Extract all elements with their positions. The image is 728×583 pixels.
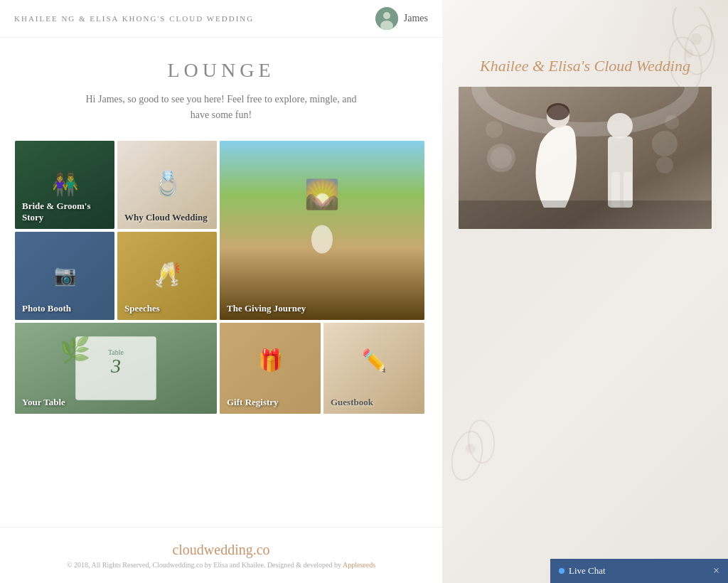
user-menu[interactable]: James: [375, 7, 428, 30]
grid-item-speeches-label: Speeches: [124, 303, 160, 314]
grid-item-speeches[interactable]: 🥂 Speeches: [117, 232, 217, 320]
grid-item-your-table-label: Your Table: [22, 397, 65, 408]
live-chat-bar[interactable]: Live Chat ×: [550, 559, 728, 583]
svg-point-8: [311, 225, 333, 253]
live-chat-label: Live Chat: [569, 565, 606, 577]
svg-point-34: [607, 113, 633, 139]
site-title: KHAILEE NG & ELISA KHONG'S CLOUD WEDDING: [14, 14, 254, 23]
svg-point-40: [491, 147, 512, 169]
live-chat-close-button[interactable]: ×: [713, 565, 719, 577]
grid-item-your-table[interactable]: 3 Table Your Table: [15, 323, 217, 414]
live-chat-label-group: Live Chat: [559, 565, 606, 577]
svg-point-44: [665, 115, 679, 129]
svg-point-38: [547, 103, 569, 120]
live-chat-indicator: [559, 568, 564, 574]
svg-text:💍: 💍: [154, 169, 181, 195]
footer-copyright: © 2018, All Rights Reserved, Cloudweddin…: [14, 561, 428, 569]
username: James: [404, 13, 428, 24]
footer: cloudwedding.co © 2018, All Rights Reser…: [0, 527, 442, 583]
svg-rect-45: [459, 200, 712, 229]
grid-item-why-cloud[interactable]: 💍 Why Cloud Wedding: [117, 141, 217, 229]
svg-point-42: [656, 156, 673, 173]
svg-point-28: [466, 419, 496, 464]
svg-text:👫: 👫: [52, 169, 79, 195]
grid-item-giving-journey[interactable]: The Giving Journey: [220, 141, 424, 320]
grid-item-gift-registry-label: Gift Registry: [227, 397, 279, 408]
right-panel: Khailee & Elisa's Cloud Wedding: [442, 0, 728, 583]
right-panel-title: Khailee & Elisa's Cloud Wedding: [480, 57, 690, 75]
left-panel: KHAILEE NG & ELISA KHONG'S CLOUD WEDDING…: [0, 0, 442, 583]
svg-point-41: [652, 131, 678, 156]
svg-text:🥂: 🥂: [154, 260, 181, 286]
header: KHAILEE NG & ELISA KHONG'S CLOUD WEDDING…: [0, 0, 442, 38]
grid-item-guestbook[interactable]: ✏️ Guestbook: [323, 323, 424, 414]
svg-point-25: [690, 33, 702, 45]
svg-text:✏️: ✏️: [362, 350, 387, 373]
avatar: [375, 7, 398, 30]
svg-point-1: [383, 12, 390, 19]
grid-item-guestbook-label: Guestbook: [331, 397, 373, 408]
svg-point-9: [315, 193, 329, 207]
svg-point-43: [486, 121, 503, 138]
svg-text:Table: Table: [108, 348, 124, 356]
grid-item-gift-registry[interactable]: 🎁 Gift Registry: [220, 323, 321, 414]
wedding-photo: [459, 87, 712, 229]
page-subtitle: Hi James, so good to see you here! Feel …: [79, 92, 363, 124]
svg-point-22: [666, 7, 719, 61]
svg-point-27: [447, 428, 488, 483]
grid-item-photo-booth[interactable]: 📷 Photo Booth: [15, 232, 114, 320]
grid-item-bride-story[interactable]: 👫 Bride & Groom's Story: [15, 141, 114, 229]
grid-item-giving-journey-label: The Giving Journey: [227, 303, 306, 314]
svg-point-29: [466, 444, 476, 454]
footer-developer-link[interactable]: Appleseeds: [343, 561, 375, 569]
svg-text:🎁: 🎁: [258, 350, 283, 373]
grid-item-bride-story-label: Bride & Groom's Story: [22, 200, 114, 223]
grid-item-photo-booth-label: Photo Booth: [22, 303, 71, 314]
navigation-grid: 👫 Bride & Groom's Story: [15, 141, 427, 414]
svg-text:3: 3: [110, 355, 121, 377]
grid-item-why-cloud-label: Why Cloud Wedding: [124, 212, 208, 223]
svg-text:📷: 📷: [54, 263, 77, 285]
page-title: LOUNGE: [167, 59, 274, 82]
floral-decoration-bottom: [446, 399, 517, 498]
main-content: LOUNGE Hi James, so good to see you here…: [0, 38, 442, 520]
footer-brand: cloudwedding.co: [14, 542, 428, 558]
